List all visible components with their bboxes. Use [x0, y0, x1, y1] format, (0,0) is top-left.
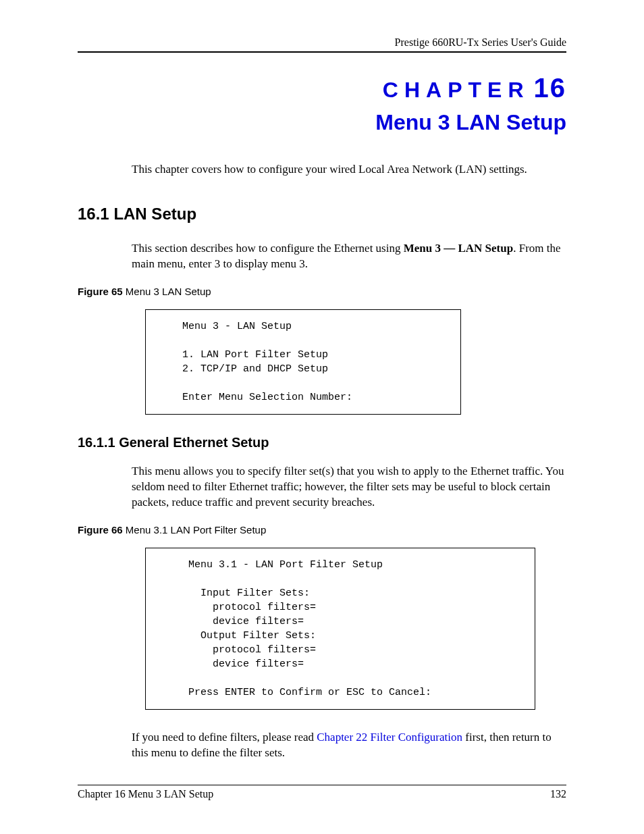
closing-pre: If you need to define filters, please re…	[132, 731, 317, 744]
para-bold: Menu 3 — LAN Setup	[404, 242, 513, 255]
chapter-title: Menu 3 LAN Setup	[78, 110, 566, 135]
figure-65-terminal: Menu 3 - LAN Setup 1. LAN Port Filter Se…	[145, 309, 461, 415]
footer-rule	[78, 785, 566, 785]
chapter-number: 16	[534, 73, 567, 103]
xref-chapter-22[interactable]: Chapter 22 Filter Configuration	[317, 731, 462, 744]
section-16-1-heading: 16.1 LAN Setup	[78, 205, 566, 224]
page: Prestige 660RU-Tx Series User's Guide CH…	[0, 0, 644, 834]
chapter-line: CHAPTER16	[78, 73, 566, 103]
footer-left: Chapter 16 Menu 3 LAN Setup	[78, 788, 213, 800]
figure-66-label-rest: Menu 3.1 LAN Port Filter Setup	[123, 524, 267, 536]
figure-65-label-rest: Menu 3 LAN Setup	[123, 286, 211, 297]
header-guide-title: Prestige 660RU-Tx Series User's Guide	[78, 36, 566, 49]
header-rule	[78, 51, 566, 53]
figure-66-label-bold: Figure 66	[78, 524, 123, 536]
footer-page-number: 132	[550, 788, 566, 800]
section-16-1-para: This section describes how to configure …	[132, 241, 566, 272]
figure-65-label-bold: Figure 65	[78, 286, 123, 297]
figure-65-label: Figure 65 Menu 3 LAN Setup	[78, 286, 566, 297]
figure-66-terminal: Menu 3.1 - LAN Port Filter Setup Input F…	[145, 548, 535, 710]
para-pre: This section describes how to configure …	[132, 242, 404, 255]
closing-para: If you need to define filters, please re…	[132, 730, 566, 761]
chapter-block: CHAPTER16 Menu 3 LAN Setup	[78, 73, 566, 135]
footer: Chapter 16 Menu 3 LAN Setup 132	[78, 785, 566, 800]
chapter-word: CHAPTER	[383, 78, 530, 102]
figure-66-label: Figure 66 Menu 3.1 LAN Port Filter Setup	[78, 524, 566, 536]
section-16-1-1-para: This menu allows you to specify filter s…	[132, 464, 566, 511]
footer-row: Chapter 16 Menu 3 LAN Setup 132	[78, 788, 566, 800]
section-16-1-1-heading: 16.1.1 General Ethernet Setup	[78, 435, 566, 450]
chapter-intro: This chapter covers how to configure you…	[132, 162, 566, 178]
